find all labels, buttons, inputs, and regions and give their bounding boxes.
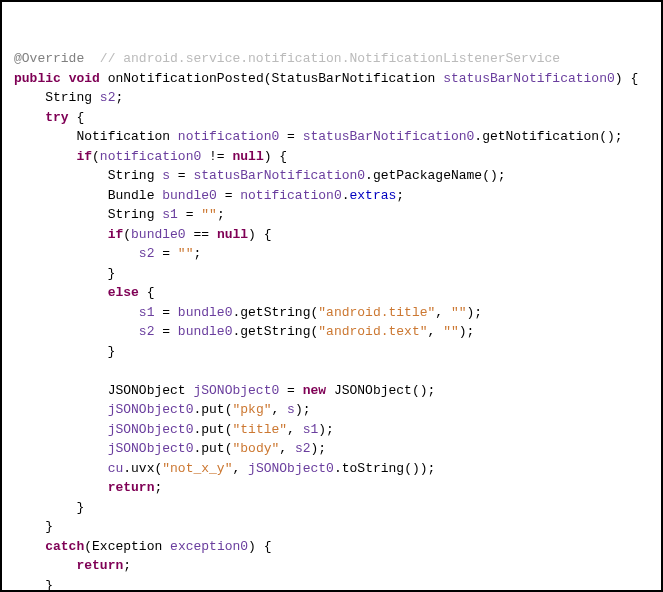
string-literal: "" (451, 305, 467, 320)
method-call: getString (240, 305, 310, 320)
method-call: put (201, 402, 224, 417)
comment: // android.service.notification.Notifica… (100, 51, 560, 66)
string-literal: "body" (232, 441, 279, 456)
type: Exception (92, 539, 162, 554)
method-call: getPackageName (373, 168, 482, 183)
keyword-null: null (217, 227, 248, 242)
var-ref: s2 (139, 246, 155, 261)
string-literal: "" (443, 324, 459, 339)
string-literal: "android.text" (318, 324, 427, 339)
keyword-else: else (108, 285, 139, 300)
keyword-try: try (45, 110, 68, 125)
string-literal: "pkg" (232, 402, 271, 417)
var-decl: bundle0 (162, 188, 217, 203)
type: String (108, 168, 155, 183)
var-ref: cu (108, 461, 124, 476)
var-ref: jSONObject0 (248, 461, 334, 476)
var-decl: s1 (162, 207, 178, 222)
keyword-if: if (76, 149, 92, 164)
keyword-if: if (108, 227, 124, 242)
type: String (45, 90, 92, 105)
method-call: put (201, 441, 224, 456)
string-literal: "" (178, 246, 194, 261)
var-ref: s2 (295, 441, 311, 456)
field-ref: extras (350, 188, 397, 203)
type: JSONObject (108, 383, 186, 398)
param-name: statusBarNotification0 (443, 71, 615, 86)
keyword-return: return (108, 480, 155, 495)
var-decl: notification0 (178, 129, 279, 144)
string-literal: "title" (232, 422, 287, 437)
var-ref: jSONObject0 (108, 402, 194, 417)
var-decl: jSONObject0 (193, 383, 279, 398)
keyword-null: null (232, 149, 263, 164)
var-decl: exception0 (170, 539, 248, 554)
method-call: getString (240, 324, 310, 339)
var-decl: s2 (100, 90, 116, 105)
method-call: toString (342, 461, 404, 476)
method-name: onNotificationPosted (108, 71, 264, 86)
method-call: uvx (131, 461, 154, 476)
var-ref: jSONObject0 (108, 422, 194, 437)
keyword-return: return (76, 558, 123, 573)
var-ref: s1 (303, 422, 319, 437)
keyword-new: new (303, 383, 326, 398)
method-call: put (201, 422, 224, 437)
string-literal: "not_x_y" (162, 461, 232, 476)
method-call: getNotification (482, 129, 599, 144)
constructor: JSONObject (334, 383, 412, 398)
var-ref: statusBarNotification0 (193, 168, 365, 183)
var-ref: s1 (139, 305, 155, 320)
param-type: StatusBarNotification (272, 71, 436, 86)
var-ref: bundle0 (178, 305, 233, 320)
var-ref: notification0 (100, 149, 201, 164)
annotation: @Override (14, 51, 84, 66)
string-literal: "" (201, 207, 217, 222)
var-ref: jSONObject0 (108, 441, 194, 456)
keyword-public: public (14, 71, 61, 86)
var-ref: bundle0 (178, 324, 233, 339)
type: Bundle (108, 188, 155, 203)
string-literal: "android.title" (318, 305, 435, 320)
keyword-void: void (69, 71, 100, 86)
var-ref: s2 (139, 324, 155, 339)
var-ref: notification0 (240, 188, 341, 203)
type: String (108, 207, 155, 222)
type: Notification (76, 129, 170, 144)
var-decl: s (162, 168, 170, 183)
var-ref: statusBarNotification0 (303, 129, 475, 144)
var-ref: bundle0 (131, 227, 186, 242)
code-block: @Override // android.service.notificatio… (14, 51, 649, 592)
keyword-catch: catch (45, 539, 84, 554)
var-ref: s (287, 402, 295, 417)
